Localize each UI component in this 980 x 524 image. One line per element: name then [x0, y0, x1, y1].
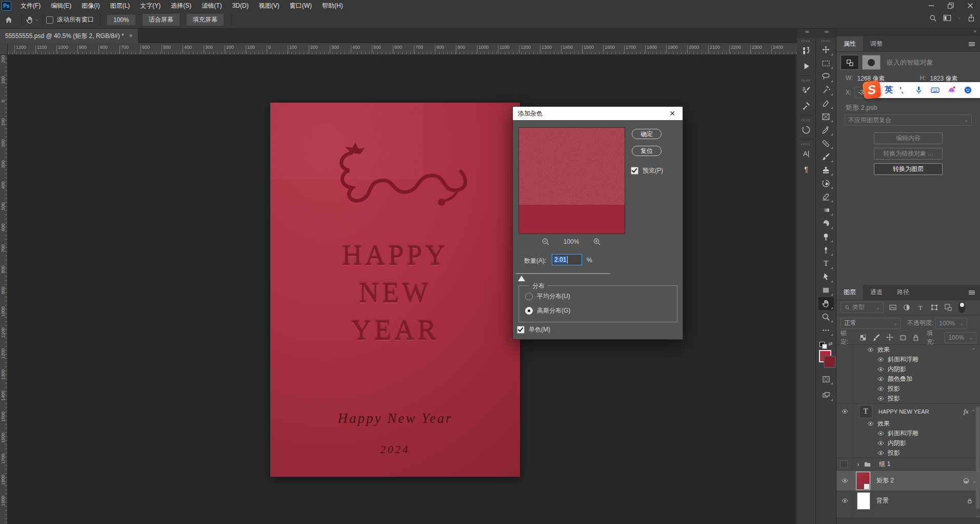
- zoom-100-button[interactable]: 100%: [107, 14, 136, 26]
- layer-visibility-eye[interactable]: [839, 477, 850, 484]
- menu-item[interactable]: 编辑(E): [46, 0, 76, 11]
- tab-paths[interactable]: 路径: [890, 285, 916, 300]
- menu-item[interactable]: 文字(Y): [135, 0, 166, 11]
- panel-brush-settings-button[interactable]: [798, 83, 814, 98]
- sogou-skin-icon[interactable]: [947, 85, 956, 95]
- menu-item[interactable]: 窗口(W): [285, 0, 317, 11]
- dodge-tool[interactable]: [818, 230, 834, 243]
- layer-visibility-eye[interactable]: [875, 395, 886, 402]
- layer-visibility-eye[interactable]: [875, 440, 886, 447]
- tab-adjustments[interactable]: 调整: [863, 36, 890, 51]
- eyedropper-tool[interactable]: [818, 124, 834, 137]
- layer-name[interactable]: 背景: [876, 496, 889, 505]
- layer-visibility-eye[interactable]: [875, 366, 886, 373]
- layer-comp-dropdown[interactable]: 不应用图层复合⌄: [845, 114, 972, 126]
- hand-tool[interactable]: [818, 297, 834, 310]
- zoom-tool[interactable]: [818, 310, 834, 323]
- layer-effect-row[interactable]: 效果: [836, 419, 980, 429]
- lasso-tool[interactable]: [818, 70, 834, 83]
- path-select-tool[interactable]: [818, 270, 834, 283]
- smudge-tool[interactable]: [818, 217, 834, 230]
- move-tool[interactable]: [818, 44, 834, 56]
- uniform-radio[interactable]: [525, 293, 533, 300]
- menu-item[interactable]: 滤镜(T): [196, 0, 227, 11]
- clone-stamp-tool[interactable]: [818, 164, 834, 177]
- menu-item[interactable]: 图像(I): [76, 0, 105, 11]
- filter-adjustment-layers-icon[interactable]: [902, 303, 911, 312]
- panel-history-button[interactable]: [798, 123, 814, 137]
- monochromatic-checkbox[interactable]: [517, 326, 525, 334]
- scroll-all-windows-checkbox[interactable]: [46, 16, 53, 24]
- mask-thumbnail[interactable]: [862, 55, 881, 70]
- panel-character-button[interactable]: A: [798, 147, 814, 161]
- amount-input[interactable]: 2.01: [552, 254, 582, 265]
- chevron-down-icon[interactable]: [957, 13, 962, 23]
- filter-type-layers-icon[interactable]: T: [916, 303, 925, 312]
- layer-visibility-eye[interactable]: [839, 497, 850, 504]
- lock-transparent-icon[interactable]: [858, 333, 868, 342]
- layer-effect-row[interactable]: 斜面和浮雕: [836, 355, 980, 364]
- layer-effect-row[interactable]: 投影: [836, 394, 980, 403]
- share-icon[interactable]: [967, 13, 976, 23]
- expand-group-icon[interactable]: ›: [857, 460, 859, 468]
- filter-smart-objects-icon[interactable]: [944, 303, 953, 312]
- panel-libraries-button[interactable]: [798, 44, 814, 58]
- gradient-tool[interactable]: [818, 204, 834, 217]
- lock-artboard-icon[interactable]: [898, 333, 908, 342]
- noise-preview[interactable]: [518, 127, 625, 234]
- panel-paragraph-button[interactable]: ¶: [798, 162, 814, 177]
- blend-mode-dropdown[interactable]: 正常⌄: [841, 318, 901, 329]
- spot-healing-tool[interactable]: [818, 97, 834, 110]
- sogou-punctuation-icon[interactable]: ’、: [899, 85, 907, 95]
- collapse-panel-icon[interactable]: ««: [797, 29, 816, 38]
- panel-actions-button[interactable]: [798, 59, 814, 73]
- panel-menu-icon[interactable]: [967, 40, 976, 49]
- frame-tool[interactable]: [818, 110, 834, 123]
- layer-name[interactable]: 矩形 2: [876, 476, 894, 485]
- text-layer-thumbnail[interactable]: T: [859, 405, 872, 418]
- amount-slider-thumb[interactable]: [518, 276, 525, 281]
- menu-item[interactable]: 3D(D): [227, 0, 254, 11]
- reset-button[interactable]: 复位: [632, 146, 662, 156]
- pen-tool[interactable]: [818, 244, 834, 257]
- layer-name[interactable]: HAPPY NEW YEAR: [878, 409, 929, 415]
- menu-item[interactable]: 帮助(H): [317, 0, 348, 11]
- layer-visibility-eye[interactable]: [875, 376, 886, 382]
- screen-mode-tool[interactable]: [818, 389, 834, 402]
- collapse-panel-icon[interactable]: ««: [816, 29, 836, 38]
- fill-dropdown[interactable]: 100%⌄: [945, 332, 976, 343]
- filter-pixel-layers-icon[interactable]: [888, 303, 897, 312]
- brush-tool[interactable]: [818, 150, 834, 163]
- edit-toolbar-tool[interactable]: [818, 324, 834, 337]
- workspace-layout-icon[interactable]: [943, 13, 952, 23]
- panel-menu-icon[interactable]: [967, 288, 976, 297]
- layer-thumbnail[interactable]: [856, 472, 870, 490]
- collapse-effects-icon[interactable]: ⌃: [971, 409, 975, 414]
- layer-row[interactable]: 背景: [836, 491, 980, 510]
- edit-contents-button[interactable]: 编辑内容: [874, 132, 943, 144]
- document-tab[interactable]: 55555555.psd @ 40.5% (矩形 2, RGB/8#) * ×: [0, 29, 138, 43]
- layer-effect-row[interactable]: 颜色叠加: [836, 374, 980, 384]
- smart-filters-icon[interactable]: [962, 477, 970, 485]
- fill-screen-button[interactable]: 填充屏幕: [186, 13, 224, 26]
- tab-channels[interactable]: 通道: [863, 285, 890, 300]
- opacity-dropdown[interactable]: 100%⌄: [935, 318, 967, 329]
- default-colors-control[interactable]: ⇄: [819, 341, 833, 348]
- magic-wand-tool[interactable]: [818, 84, 834, 96]
- lock-pixels-icon[interactable]: [872, 333, 881, 342]
- gaussian-radio[interactable]: [525, 307, 533, 315]
- layer-row[interactable]: THAPPY NEW YEARfx⌃: [836, 403, 980, 419]
- chevron-down-icon[interactable]: [34, 15, 39, 25]
- panel-brushes-button[interactable]: [798, 99, 814, 113]
- smart-object-thumbnail[interactable]: [841, 55, 859, 70]
- tab-properties[interactable]: 属性: [836, 36, 863, 51]
- layer-name[interactable]: 组 1: [879, 460, 890, 469]
- background-color-swatch[interactable]: [824, 356, 836, 368]
- sogou-logo[interactable]: S: [862, 80, 881, 99]
- sogou-mic-icon[interactable]: [914, 85, 924, 95]
- layer-row[interactable]: 矩形 2⌄: [836, 470, 980, 491]
- fit-screen-button[interactable]: 适合屏幕: [142, 13, 180, 26]
- restore-button[interactable]: [941, 0, 961, 11]
- dialog-close-icon[interactable]: ✕: [667, 109, 677, 118]
- filter-shape-layers-icon[interactable]: [930, 303, 939, 312]
